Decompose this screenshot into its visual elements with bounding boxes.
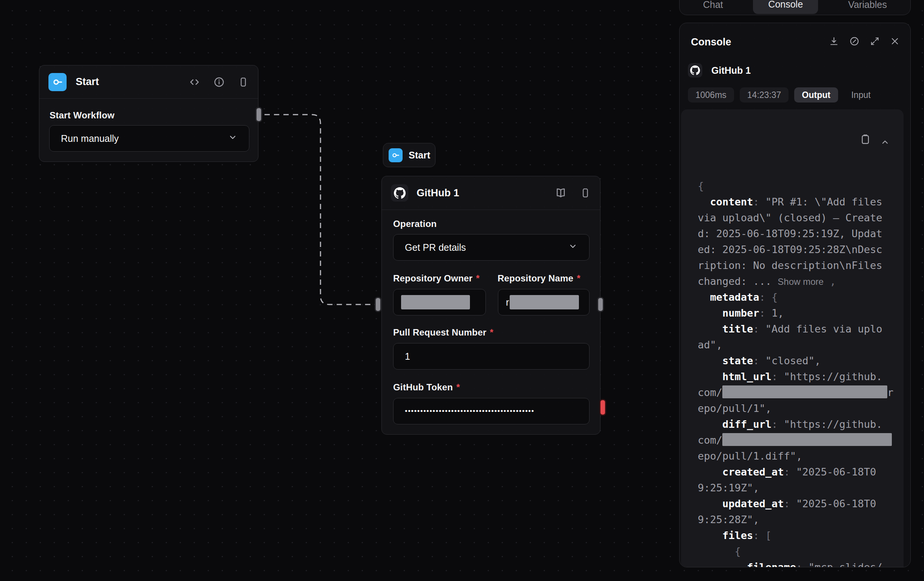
start-node-output-handle[interactable] <box>256 107 262 122</box>
code-line: updated_at: "2025-06-18T0 <box>698 496 904 512</box>
github-node-input-handle[interactable] <box>375 297 381 312</box>
info-icon[interactable] <box>213 76 225 88</box>
github-token-label: GitHub Token* <box>393 382 460 393</box>
show-more-link[interactable]: Show more <box>777 277 823 287</box>
github-token-input[interactable]: ••••••••••••••••••••••••••••••••••••••••… <box>393 398 589 425</box>
code-line: epo/pull/1", <box>698 401 904 416</box>
input-tab[interactable]: Input <box>844 87 878 102</box>
output-json-block[interactable]: { content: "PR #1: \"Add filesvia upload… <box>681 109 904 567</box>
duration-badge: 1006ms <box>688 87 734 102</box>
trigger-select[interactable]: Run manually <box>49 125 249 152</box>
panel-icon[interactable] <box>238 76 249 88</box>
code-line: filename: "mcp_slides/ <box>698 560 904 567</box>
download-icon[interactable] <box>829 36 839 48</box>
code-line: ription: No description\nFiles <box>698 258 904 273</box>
required-asterisk: * <box>456 382 460 392</box>
code-line: metadata: { <box>698 290 904 305</box>
redacted-text <box>722 433 892 446</box>
code-line: { <box>698 543 904 560</box>
code-line: created_at: "2025-06-18T0 <box>698 464 904 480</box>
github-icon <box>391 184 408 202</box>
repo-name-visible-char: r <box>506 297 509 308</box>
start-node-header: Start <box>40 66 258 99</box>
key-icon <box>389 148 403 162</box>
panel-tab-bar: Chat Console Variables <box>679 0 911 15</box>
redacted-value <box>510 295 579 309</box>
code-line: changed: ... Show more , <box>698 273 904 290</box>
repo-owner-input[interactable] <box>393 289 486 316</box>
github-node-title: GitHub 1 <box>417 187 459 199</box>
repo-name-label: Repository Name* <box>498 273 581 284</box>
pr-number-input[interactable]: 1 <box>393 343 589 370</box>
redacted-value <box>401 295 470 309</box>
required-asterisk: * <box>476 273 480 283</box>
time-badge: 14:23:37 <box>740 87 789 102</box>
pr-number-value: 1 <box>405 351 410 362</box>
code-line: files: [ <box>698 528 904 543</box>
operation-label: Operation <box>393 219 437 229</box>
code-line: diff_url: "https://github. <box>698 416 904 432</box>
code-line: title: "Add files via uplo <box>698 321 904 337</box>
operation-select-value: Get PR details <box>405 242 466 253</box>
key-icon <box>48 73 67 91</box>
code-line: 9:25:28Z", <box>698 512 904 528</box>
output-json-lines: { content: "PR #1: \"Add filesvia upload… <box>698 178 904 567</box>
github-icon <box>688 63 702 77</box>
code-line: content: "PR #1: \"Add files <box>698 194 904 210</box>
github-token-masked-value: ••••••••••••••••••••••••••••••••••••••••… <box>405 407 534 415</box>
clear-icon[interactable] <box>849 36 860 48</box>
start-badge-node[interactable]: Start <box>383 143 436 167</box>
code-line: { <box>698 178 904 194</box>
pr-number-label: Pull Request Number* <box>393 327 493 338</box>
code-line: epo/pull/1.diff", <box>698 448 904 464</box>
output-tab[interactable]: Output <box>794 87 838 102</box>
code-icon[interactable] <box>188 76 201 88</box>
github-node-header: GitHub 1 <box>382 176 600 210</box>
github-node[interactable]: GitHub 1 Operation Get PR details Reposi… <box>381 176 601 435</box>
start-workflow-label: Start Workflow <box>50 110 115 121</box>
close-icon[interactable] <box>890 36 900 48</box>
operation-select[interactable]: Get PR details <box>393 234 589 261</box>
github-node-error-handle[interactable] <box>599 399 606 416</box>
code-line: com/r <box>698 385 904 401</box>
redacted-text <box>722 385 887 398</box>
chevron-down-icon <box>228 132 238 145</box>
panel-icon[interactable] <box>580 187 591 199</box>
trigger-select-value: Run manually <box>61 133 119 144</box>
start-badge-label: Start <box>409 150 430 161</box>
chevron-down-icon <box>568 241 578 253</box>
code-line: ed: 2025-06-18T09:25:28Z\nDesc <box>698 242 904 258</box>
console-panel: Console GitHub 1 1006ms 14:23:37 Output … <box>679 23 911 567</box>
code-line: com/ <box>698 432 904 448</box>
repo-name-input[interactable]: r <box>498 289 589 316</box>
start-node-title: Start <box>76 76 99 88</box>
start-node[interactable]: Start Start Workflow Run manually <box>39 65 258 162</box>
code-line: html_url: "https://github. <box>698 369 904 385</box>
chevron-up-icon[interactable] <box>843 120 890 168</box>
code-line: 9:25:19Z", <box>698 480 904 496</box>
tab-chat[interactable]: Chat <box>696 0 730 14</box>
code-line: via upload\" (closed) — Create <box>698 210 904 226</box>
github-node-output-handle[interactable] <box>597 297 604 312</box>
run-node-title: GitHub 1 <box>711 65 751 76</box>
code-line: ad", <box>698 337 904 353</box>
book-open-icon[interactable] <box>555 187 567 199</box>
tab-variables[interactable]: Variables <box>842 0 894 14</box>
required-asterisk: * <box>577 273 581 283</box>
code-line: number: 1, <box>698 305 904 321</box>
expand-icon[interactable] <box>870 36 880 48</box>
tab-console[interactable]: Console <box>753 0 818 14</box>
code-line: state: "closed", <box>698 353 904 369</box>
code-line: d: 2025-06-18T09:25:19Z, Updat <box>698 226 904 242</box>
console-panel-title: Console <box>691 36 731 48</box>
required-asterisk: * <box>490 327 494 337</box>
repo-owner-label: Repository Owner* <box>393 273 479 284</box>
